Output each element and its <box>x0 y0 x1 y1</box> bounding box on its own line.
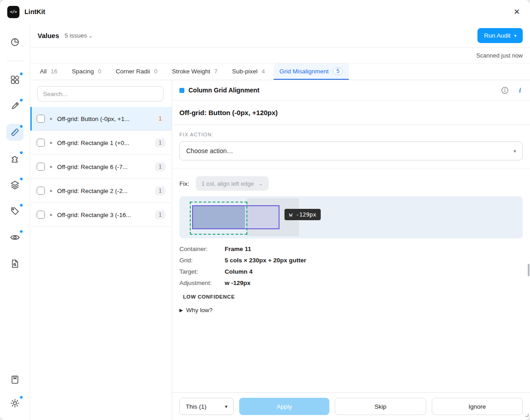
run-audit-button[interactable]: Run Audit ▾ <box>477 28 523 43</box>
apply-button[interactable]: Apply <box>239 398 329 415</box>
issue-label: Off-grid: Rectangle 2 (-2... <box>57 188 150 194</box>
tab-count: 4 <box>262 68 265 75</box>
action-footer: This (1) ▾ Apply Skip Ignore <box>172 392 530 420</box>
page-header: Values 5 issues⌄ Run Audit ▾ <box>30 24 530 48</box>
tab-count: 0 <box>98 68 101 75</box>
search-wrap <box>30 80 172 107</box>
fix-properties: Container: Frame 11 Grid: 5 cols × 230px… <box>172 238 530 290</box>
notification-dot <box>19 177 23 181</box>
fix-strategy-row: Fix: 1 col, align left edge ⌄ <box>172 169 530 191</box>
info-italic-icon[interactable]: i <box>519 87 521 94</box>
issue-label: Off-grid: Rectangle 3 (-16... <box>57 212 150 218</box>
sidebar-item-tags[interactable] <box>6 203 24 220</box>
notification-dot <box>19 98 23 102</box>
brush-icon <box>10 101 20 111</box>
gear-icon <box>10 398 20 408</box>
sidebar-item-analytics[interactable] <box>6 34 24 51</box>
bullet-dot <box>50 142 52 144</box>
issues-summary-dropdown[interactable]: 5 issues⌄ <box>65 32 93 39</box>
issue-label: Off-grid: Rectangle 1 (+0... <box>57 140 150 146</box>
sidebar-divider <box>7 61 23 61</box>
issue-checkbox[interactable] <box>37 115 45 123</box>
chevron-down-icon: ▾ <box>225 404 227 410</box>
bullet-dot <box>50 190 52 192</box>
sidebar-item-bookmarks[interactable] <box>6 371 24 388</box>
sidebar-item-visibility[interactable] <box>6 229 24 246</box>
scope-value: This (1) <box>186 403 207 410</box>
tab-stroke-weight[interactable]: Stroke Weight 7 <box>166 63 224 80</box>
chevron-down-icon: ⌄ <box>258 180 263 187</box>
tab-all[interactable]: All 16 <box>34 63 63 80</box>
issue-list-item[interactable]: Off-grid: Rectangle 6 (-7... 1 <box>30 155 172 179</box>
preview-target-column-outline <box>190 202 247 235</box>
property-row: Adjustment: w -129px <box>179 279 523 287</box>
sidebar-item-settings[interactable] <box>6 395 24 412</box>
tab-sub-pixel[interactable]: Sub-pixel 4 <box>226 63 271 80</box>
tab-label: Grid Misalignment <box>279 68 329 75</box>
issue-list-item[interactable]: Off-grid: Rectangle 1 (+0... 1 <box>30 131 172 155</box>
fix-label: Fix: <box>179 180 189 187</box>
property-value: Column 4 <box>225 268 253 275</box>
tab-count: 16 <box>51 68 57 75</box>
tab-grid-misalignment[interactable]: Grid Misalignment 5 <box>274 63 349 80</box>
fix-strategy-select[interactable]: 1 col, align left edge ⌄ <box>196 176 269 191</box>
issue-detail-panel: Column Grid Alignment i Off-grid: Button… <box>172 80 530 420</box>
category-tabs: All 16 Spacing 0 Corner Radii 0 Stroke W… <box>30 63 530 80</box>
disclosure-triangle-icon: ▶ <box>179 308 183 313</box>
issue-list-item[interactable]: Off-grid: Rectangle 2 (-2... 1 <box>30 179 172 203</box>
sidebar-item-documents[interactable] <box>6 255 24 272</box>
logo-glyph: </> <box>10 10 17 14</box>
adjustment-badge: w -129px <box>284 209 321 220</box>
sidebar-item-plugins[interactable] <box>6 150 24 167</box>
property-value: 5 cols × 230px + 20px gutter <box>225 256 306 264</box>
puzzle-icon <box>10 154 20 164</box>
bullet-dot <box>50 166 52 168</box>
issue-checkbox[interactable] <box>37 211 45 219</box>
search-input[interactable] <box>37 86 164 101</box>
issue-list-item[interactable]: Off-grid: Button (-0px, +1... 1 <box>30 107 172 131</box>
tab-corner-radii[interactable]: Corner Radii 0 <box>110 63 164 80</box>
detail-spacer <box>172 314 530 392</box>
skip-button[interactable]: Skip <box>335 398 426 415</box>
issue-title-row: Off-grid: Button (-0px, +120px) <box>172 101 530 125</box>
fix-action-select[interactable]: Choose action… ▾ <box>179 141 523 160</box>
scrollbar-thumb[interactable] <box>528 264 530 276</box>
tab-count: 7 <box>214 68 217 75</box>
issue-checkbox[interactable] <box>37 139 45 147</box>
issue-title: Off-grid: Button (-0px, +120px) <box>179 109 278 116</box>
sidebar-item-components[interactable] <box>6 71 24 88</box>
why-low-disclosure[interactable]: ▶ Why low? <box>179 307 523 314</box>
fix-strategy-value: 1 col, align left edge <box>202 180 254 187</box>
resize-handle[interactable] <box>524 410 529 419</box>
tab-count: 0 <box>154 68 157 75</box>
issues-summary-label: 5 issues <box>65 32 87 39</box>
notification-dot <box>19 396 23 399</box>
ignore-button[interactable]: Ignore <box>432 398 523 415</box>
tab-spacing[interactable]: Spacing 0 <box>66 63 107 80</box>
issue-checkbox[interactable] <box>37 163 45 171</box>
run-audit-label: Run Audit <box>484 32 511 39</box>
sidebar-item-measure[interactable] <box>6 124 24 141</box>
info-circle-icon[interactable] <box>501 87 509 94</box>
confidence-badge: LOW CONFIDENCE <box>183 294 523 299</box>
ruler-icon <box>10 127 20 137</box>
issue-list-item[interactable]: Off-grid: Rectangle 3 (-16... 1 <box>30 203 172 227</box>
main-area: Values 5 issues⌄ Run Audit ▾ Scanned jus… <box>30 24 530 420</box>
tab-label: Sub-pixel <box>232 68 257 75</box>
issue-count-badge: 1 <box>155 210 165 219</box>
layers-icon <box>10 180 20 190</box>
issue-count-badge: 1 <box>155 114 165 123</box>
issue-count-badge: 1 <box>155 162 165 171</box>
scan-status: Scanned just now <box>476 52 523 59</box>
fix-action-section: FIX ACTION: Choose action… ▾ <box>172 125 530 169</box>
close-icon[interactable]: ✕ <box>512 6 522 18</box>
scope-select[interactable]: This (1) ▾ <box>179 398 234 415</box>
bullet-dot <box>50 118 52 120</box>
sidebar-item-brush[interactable] <box>6 97 24 115</box>
tab-label: Corner Radii <box>116 68 150 75</box>
fix-action-label: FIX ACTION: <box>179 132 523 137</box>
notification-dot <box>19 230 23 233</box>
issue-count-badge: 1 <box>155 138 165 147</box>
sidebar-item-layers[interactable] <box>6 176 24 193</box>
issue-checkbox[interactable] <box>37 187 45 195</box>
